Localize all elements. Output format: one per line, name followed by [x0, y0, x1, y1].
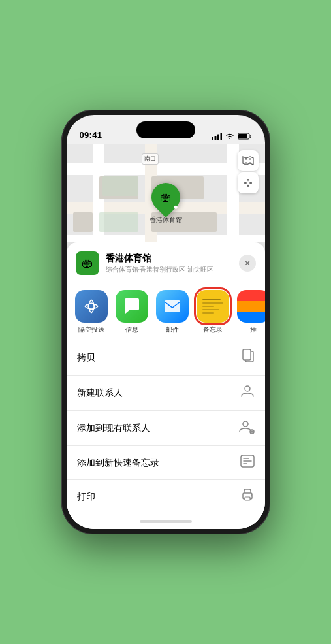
share-item-airdrop[interactable]: 隔空投送: [73, 290, 110, 334]
mail-label: 邮件: [166, 326, 179, 334]
add-notes-icon: [240, 455, 255, 471]
status-time: 09:41: [80, 130, 102, 140]
pin-icon: 🏟: [145, 177, 185, 217]
action-list: 拷贝 新建联系人: [67, 340, 265, 513]
svg-rect-2: [217, 135, 219, 140]
add-contact-icon: [239, 419, 255, 437]
svg-point-16: [251, 494, 252, 496]
svg-rect-9: [243, 349, 251, 360]
action-print[interactable]: 打印: [67, 480, 265, 513]
svg-rect-0: [212, 137, 213, 140]
action-copy[interactable]: 拷贝: [67, 340, 265, 376]
home-indicator: [67, 513, 265, 529]
sheet-header: 🏟 香港体育馆 综合体育馆·香港特别行政区 油尖旺区 ✕: [67, 242, 265, 282]
status-icons: [212, 133, 252, 140]
copy-label: 拷贝: [77, 352, 95, 364]
notes-icon: [197, 290, 229, 323]
svg-rect-1: [214, 136, 216, 140]
location-pin: 🏟 香港体育馆: [150, 183, 182, 225]
action-add-to-contact[interactable]: 添加到现有联系人: [67, 411, 265, 446]
bottom-sheet: 🏟 香港体育馆 综合体育馆·香港特别行政区 油尖旺区 ✕: [67, 242, 265, 529]
svg-point-11: [243, 421, 248, 427]
signal-icon: [212, 133, 222, 140]
svg-rect-7: [165, 300, 180, 312]
venue-info: 香港体育馆 综合体育馆·香港特别行政区 油尖旺区: [106, 253, 239, 274]
message-label: 信息: [125, 326, 138, 334]
venue-subtitle: 综合体育馆·香港特别行政区 油尖旺区: [106, 265, 239, 274]
share-item-notes[interactable]: 备忘录: [195, 290, 231, 334]
home-bar: [140, 520, 192, 523]
map-label: 南口: [142, 153, 159, 165]
battery-icon: [238, 133, 252, 140]
map-controls: [238, 150, 259, 193]
venue-icon: 🏟: [76, 251, 99, 275]
add-to-notes-label: 添加到新快速备忘录: [77, 457, 159, 469]
wifi-icon: [225, 133, 234, 140]
mail-icon: [156, 290, 189, 323]
airdrop-icon: [75, 290, 108, 323]
svg-rect-5: [238, 134, 247, 138]
map-area: 南口: [67, 144, 265, 242]
message-icon: [116, 290, 148, 323]
copy-icon: [242, 349, 255, 366]
dynamic-island: [136, 121, 195, 138]
action-add-to-notes[interactable]: 添加到新快速备忘录: [67, 446, 265, 480]
airdrop-label: 隔空投送: [78, 326, 104, 334]
add-to-contact-label: 添加到现有联系人: [77, 423, 150, 434]
close-button[interactable]: ✕: [239, 255, 256, 272]
map-type-button[interactable]: [238, 150, 259, 171]
venue-name: 香港体育馆: [106, 253, 239, 265]
print-icon: [240, 489, 255, 505]
more-icon: [237, 290, 265, 323]
new-contact-label: 新建联系人: [77, 387, 123, 399]
svg-rect-15: [245, 497, 250, 500]
share-item-message[interactable]: 信息: [114, 290, 150, 334]
svg-point-10: [245, 386, 250, 391]
new-contact-icon: [240, 384, 255, 402]
share-item-mail[interactable]: 邮件: [154, 290, 191, 334]
share-item-more[interactable]: 推: [235, 290, 265, 334]
more-label: 推: [250, 326, 257, 334]
notes-label: 备忘录: [203, 326, 223, 334]
svg-rect-3: [220, 133, 222, 140]
phone-frame: 09:41: [61, 110, 270, 534]
print-label: 打印: [77, 491, 95, 503]
share-row: 隔空投送 信息: [67, 282, 265, 340]
action-new-contact[interactable]: 新建联系人: [67, 376, 265, 411]
location-button[interactable]: [238, 172, 259, 193]
phone-screen: 09:41: [67, 115, 265, 529]
